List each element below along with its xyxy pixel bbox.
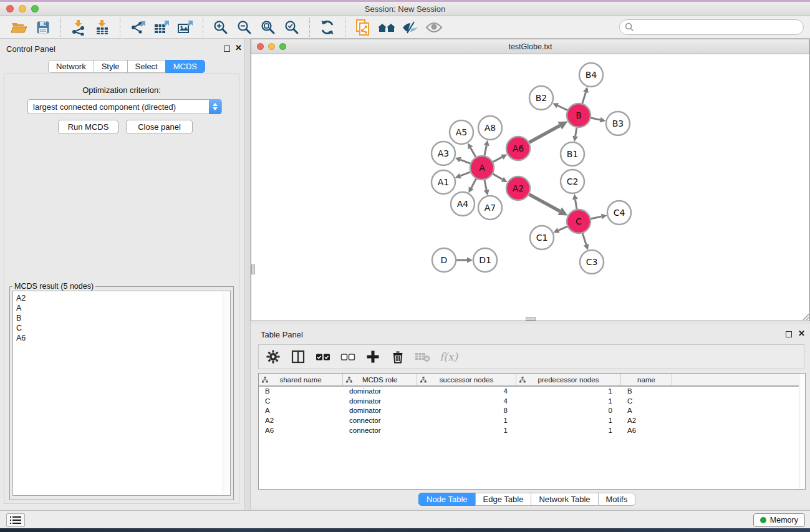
run-mcds-button[interactable]: Run MCDS bbox=[58, 120, 118, 134]
task-history-button[interactable] bbox=[6, 513, 25, 527]
select-all-checks-icon[interactable] bbox=[315, 349, 331, 365]
graph-node-D1[interactable]: D1 bbox=[473, 248, 497, 272]
table-cell[interactable]: B bbox=[259, 387, 343, 397]
graph-node-B1[interactable]: B1 bbox=[561, 142, 584, 166]
columns-icon[interactable] bbox=[290, 349, 306, 365]
graph-node-C[interactable]: C bbox=[567, 210, 591, 233]
graph-edge-A-A5[interactable] bbox=[471, 148, 476, 157]
graph-node-B[interactable]: B bbox=[567, 104, 591, 127]
graph-node-C2[interactable]: C2 bbox=[561, 170, 584, 193]
table-row[interactable]: Cdominator41C bbox=[259, 397, 805, 407]
resize-grip-icon[interactable] bbox=[801, 312, 809, 321]
table-cell[interactable]: C bbox=[621, 397, 672, 407]
mcds-result-item[interactable]: C bbox=[13, 323, 230, 333]
graph-edge-B-B2[interactable] bbox=[557, 105, 567, 110]
table-cell[interactable]: 8 bbox=[417, 406, 516, 416]
graph-edge-C-C1[interactable] bbox=[559, 226, 567, 230]
table-cell[interactable]: C bbox=[259, 397, 343, 407]
export-network-icon[interactable] bbox=[126, 18, 150, 37]
graph-edge-A-A2[interactable] bbox=[493, 174, 502, 180]
search-input[interactable] bbox=[634, 22, 803, 32]
optimization-criterion-dropdown[interactable]: largest connected component (directed) bbox=[27, 99, 222, 114]
network-graph[interactable]: B4B2BB3A5A8A6B1A3AA1C2A2A4A7CC4C1C3DD1 bbox=[251, 54, 809, 321]
graph-node-A7[interactable]: A7 bbox=[478, 196, 502, 220]
column-header-shared-name[interactable]: shared name bbox=[259, 374, 343, 385]
graph-edge-A-A6[interactable] bbox=[493, 157, 503, 162]
deselect-all-boxes-icon[interactable] bbox=[340, 349, 356, 365]
import-network-icon[interactable] bbox=[67, 18, 90, 37]
close-panel-icon[interactable]: ✕ bbox=[798, 329, 805, 338]
save-floppy-icon[interactable] bbox=[31, 18, 55, 37]
graph-node-A1[interactable]: A1 bbox=[432, 170, 455, 194]
table-cell[interactable]: dominator bbox=[343, 397, 417, 407]
graph-node-A3[interactable]: A3 bbox=[432, 142, 455, 165]
graph-node-A2[interactable]: A2 bbox=[506, 177, 530, 200]
close-panel-button[interactable]: Close panel bbox=[126, 120, 193, 134]
tab-network[interactable]: Network bbox=[48, 60, 94, 73]
table-cell[interactable]: A2 bbox=[259, 416, 343, 426]
graph-edge-C-C3[interactable] bbox=[582, 233, 586, 244]
table-cell[interactable]: 1 bbox=[516, 426, 621, 436]
panel-resize-gutter[interactable] bbox=[244, 39, 251, 510]
mcds-result-list[interactable]: A2ABCA6 bbox=[12, 291, 231, 496]
zoom-fit-icon[interactable] bbox=[256, 18, 280, 37]
eye-icon[interactable] bbox=[422, 18, 446, 37]
tab-network-table[interactable]: Network Table bbox=[531, 493, 598, 506]
main-titlebar[interactable]: Session: New Session bbox=[0, 2, 810, 16]
zoom-in-icon[interactable] bbox=[209, 18, 233, 37]
table-row[interactable]: A6connector11A6 bbox=[259, 426, 805, 436]
close-panel-icon[interactable]: ✕ bbox=[235, 44, 242, 52]
tab-motifs[interactable]: Motifs bbox=[598, 493, 636, 506]
table-cell[interactable]: A bbox=[259, 406, 343, 416]
graph-node-C1[interactable]: C1 bbox=[530, 226, 554, 249]
column-header-successor-nodes[interactable]: successor nodes bbox=[417, 374, 516, 385]
graph-edge-A2-C[interactable] bbox=[529, 195, 560, 211]
table-cell[interactable]: connector bbox=[343, 416, 417, 426]
table-cell[interactable]: 4 bbox=[417, 397, 516, 407]
node-table[interactable]: shared nameMCDS rolesuccessor nodesprede… bbox=[258, 373, 806, 490]
mcds-result-item[interactable]: A2 bbox=[13, 293, 230, 303]
table-cell[interactable]: connector bbox=[343, 426, 417, 436]
graph-node-B2[interactable]: B2 bbox=[529, 86, 553, 110]
table-cell[interactable]: 1 bbox=[516, 397, 621, 407]
function-fx-icon[interactable]: f(x) bbox=[440, 349, 458, 365]
graph-edge-B-B3[interactable] bbox=[591, 118, 600, 120]
table-cell[interactable]: dominator bbox=[343, 406, 417, 416]
export-image-icon[interactable] bbox=[173, 18, 197, 37]
mcds-result-item[interactable]: B bbox=[13, 313, 230, 323]
open-folder-icon[interactable] bbox=[7, 18, 31, 37]
graph-edge-A-A4[interactable] bbox=[471, 179, 476, 188]
network-window-titlebar[interactable]: testGlobe.txt bbox=[251, 39, 809, 54]
tab-mcds[interactable]: MCDS bbox=[165, 60, 205, 73]
graph-edge-A-A8[interactable] bbox=[485, 145, 486, 155]
graph-edge-C-C4[interactable] bbox=[591, 216, 602, 219]
graph-node-A[interactable]: A bbox=[470, 156, 494, 180]
network-canvas[interactable]: B4B2BB3A5A8A6B1A3AA1C2A2A4A7CC4C1C3DD1 bbox=[251, 54, 809, 321]
scrollbar-track[interactable] bbox=[223, 292, 229, 495]
memory-button[interactable]: Memory bbox=[753, 513, 805, 527]
graph-edge-A6-B[interactable] bbox=[529, 125, 560, 142]
graph-edge-A-A7[interactable] bbox=[485, 180, 486, 190]
table-cell[interactable]: A bbox=[621, 406, 672, 416]
graph-node-A8[interactable]: A8 bbox=[478, 116, 502, 140]
table-cell[interactable]: 1 bbox=[516, 387, 621, 397]
tab-style[interactable]: Style bbox=[94, 60, 128, 73]
float-panel-icon[interactable] bbox=[224, 46, 230, 52]
table-row[interactable]: A2connector11A2 bbox=[259, 416, 805, 426]
vertical-scroll-thumb[interactable] bbox=[251, 264, 255, 274]
column-header-name[interactable]: name bbox=[621, 374, 672, 385]
mcds-result-item[interactable]: A bbox=[13, 303, 230, 313]
column-header-predecessor-nodes[interactable]: predecessor nodes bbox=[516, 374, 621, 385]
graph-edge-B-B1[interactable] bbox=[576, 128, 577, 137]
gear-icon[interactable] bbox=[265, 349, 281, 365]
tab-select[interactable]: Select bbox=[127, 60, 166, 73]
graph-node-B4[interactable]: B4 bbox=[579, 63, 603, 87]
table-cell[interactable]: 4 bbox=[417, 387, 516, 397]
column-header-MCDS-role[interactable]: MCDS role bbox=[343, 374, 417, 385]
horizontal-scroll-thumb[interactable] bbox=[526, 317, 536, 321]
tab-edge-table[interactable]: Edge Table bbox=[475, 493, 532, 506]
graph-edge-B-B4[interactable] bbox=[582, 92, 586, 104]
table-cell[interactable]: dominator bbox=[343, 387, 417, 397]
graph-node-D[interactable]: D bbox=[432, 248, 456, 272]
table-row[interactable]: Adominator80A bbox=[259, 406, 805, 416]
